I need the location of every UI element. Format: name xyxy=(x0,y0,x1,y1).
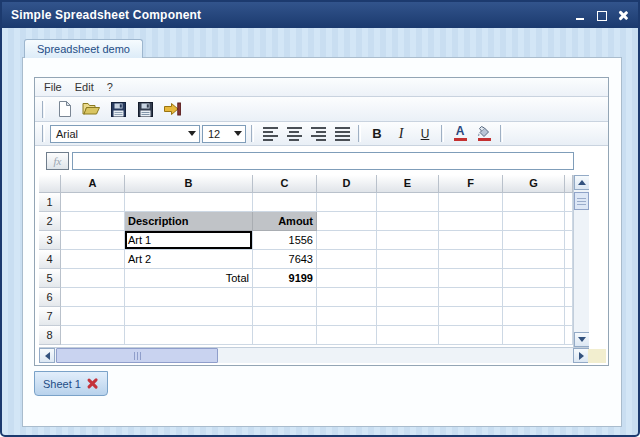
align-center-button[interactable] xyxy=(283,124,305,144)
sheet-tab-1[interactable]: Sheet 1 xyxy=(34,371,108,396)
vertical-scroll-thumb[interactable] xyxy=(574,192,589,210)
save-as-button[interactable] xyxy=(134,99,156,120)
cell-E3[interactable] xyxy=(377,231,439,250)
cell-C5[interactable]: 9199 xyxy=(253,269,317,288)
scroll-right-button[interactable] xyxy=(573,348,589,363)
cell-C2[interactable]: Amout xyxy=(253,212,317,231)
cell-B3[interactable]: Art 1 xyxy=(125,231,253,250)
maximize-icon[interactable] xyxy=(596,9,608,21)
formula-input[interactable] xyxy=(72,152,574,170)
cell-E1[interactable] xyxy=(377,193,439,212)
row-header-5[interactable]: 5 xyxy=(39,269,61,288)
cell-G1[interactable] xyxy=(503,193,565,212)
column-header-E[interactable]: E xyxy=(377,175,439,193)
toolbar-grip[interactable] xyxy=(42,125,45,142)
cell-G5[interactable] xyxy=(503,269,565,288)
horizontal-scroll-thumb[interactable] xyxy=(56,348,218,363)
cell-G7[interactable] xyxy=(503,307,565,326)
italic-button[interactable]: I xyxy=(390,124,412,144)
fx-button[interactable]: fx xyxy=(46,152,69,170)
column-header-D[interactable]: D xyxy=(317,175,377,193)
select-all-corner[interactable] xyxy=(39,175,61,193)
toolbar-grip[interactable] xyxy=(441,125,444,142)
cell-G6[interactable] xyxy=(503,288,565,307)
row-header-1[interactable]: 1 xyxy=(39,193,61,212)
column-header-C[interactable]: C xyxy=(253,175,317,193)
delete-sheet-x-icon[interactable] xyxy=(86,377,99,390)
cell-B7[interactable] xyxy=(125,307,253,326)
cell-F6[interactable] xyxy=(439,288,503,307)
font-size-select[interactable]: 12 xyxy=(202,125,246,143)
cell-F1[interactable] xyxy=(439,193,503,212)
cell-E6[interactable] xyxy=(377,288,439,307)
fill-color-button[interactable] xyxy=(473,124,495,144)
cell-A1[interactable] xyxy=(61,193,125,212)
bold-button[interactable]: B xyxy=(366,124,388,144)
align-left-button[interactable] xyxy=(259,124,281,144)
column-header-F[interactable]: F xyxy=(439,175,503,193)
cell-D5[interactable] xyxy=(317,269,377,288)
open-file-button[interactable] xyxy=(80,99,102,120)
row-header-8[interactable]: 8 xyxy=(39,326,61,345)
scroll-down-button[interactable] xyxy=(574,332,589,347)
cell-A2[interactable] xyxy=(61,212,125,231)
toolbar-grip[interactable] xyxy=(251,125,254,142)
toolbar-grip[interactable] xyxy=(500,125,503,142)
cell-G8[interactable] xyxy=(503,326,565,345)
cell-A8[interactable] xyxy=(61,326,125,345)
cell-C6[interactable] xyxy=(253,288,317,307)
cell-F2[interactable] xyxy=(439,212,503,231)
cell-E2[interactable] xyxy=(377,212,439,231)
cell-B5[interactable]: Total xyxy=(125,269,253,288)
exit-button[interactable] xyxy=(161,99,183,120)
cell-B8[interactable] xyxy=(125,326,253,345)
cell-G2[interactable] xyxy=(503,212,565,231)
cell-C8[interactable] xyxy=(253,326,317,345)
column-header-B[interactable]: B xyxy=(125,175,253,193)
cell-A5[interactable] xyxy=(61,269,125,288)
cell-A6[interactable] xyxy=(61,288,125,307)
cell-F5[interactable] xyxy=(439,269,503,288)
column-header-G[interactable]: G xyxy=(503,175,565,193)
save-button[interactable] xyxy=(107,99,129,120)
toolbar-grip[interactable] xyxy=(42,101,45,118)
cell-D1[interactable] xyxy=(317,193,377,212)
cell-A4[interactable] xyxy=(61,250,125,269)
cell-F7[interactable] xyxy=(439,307,503,326)
cell-D6[interactable] xyxy=(317,288,377,307)
cell-A3[interactable] xyxy=(61,231,125,250)
cell-F3[interactable] xyxy=(439,231,503,250)
row-header-4[interactable]: 4 xyxy=(39,250,61,269)
cell-G4[interactable] xyxy=(503,250,565,269)
font-color-button[interactable]: A xyxy=(449,124,471,144)
cell-C4[interactable]: 7643 xyxy=(253,250,317,269)
row-header-2[interactable]: 2 xyxy=(39,212,61,231)
align-right-button[interactable] xyxy=(307,124,329,144)
cell-D3[interactable] xyxy=(317,231,377,250)
cell-F8[interactable] xyxy=(439,326,503,345)
cell-E4[interactable] xyxy=(377,250,439,269)
minimize-icon[interactable] xyxy=(575,9,587,21)
row-header-7[interactable]: 7 xyxy=(39,307,61,326)
cell-D2[interactable] xyxy=(317,212,377,231)
menu-edit[interactable]: Edit xyxy=(75,81,94,93)
horizontal-scrollbar[interactable] xyxy=(39,347,589,363)
cell-C1[interactable] xyxy=(253,193,317,212)
cell-D4[interactable] xyxy=(317,250,377,269)
cell-D8[interactable] xyxy=(317,326,377,345)
cell-C3[interactable]: 1556 xyxy=(253,231,317,250)
title-bar[interactable]: Simple Spreadsheet Component xyxy=(2,2,638,28)
cell-B2[interactable]: Description xyxy=(125,212,253,231)
row-header-6[interactable]: 6 xyxy=(39,288,61,307)
cell-B4[interactable]: Art 2 xyxy=(125,250,253,269)
menu-help[interactable]: ? xyxy=(107,81,113,93)
cell-E7[interactable] xyxy=(377,307,439,326)
cell-E8[interactable] xyxy=(377,326,439,345)
align-justify-button[interactable] xyxy=(331,124,353,144)
tab-spreadsheet-demo[interactable]: Spreadsheet demo xyxy=(24,39,143,58)
cell-D7[interactable] xyxy=(317,307,377,326)
new-document-button[interactable] xyxy=(53,99,75,120)
font-family-select[interactable]: Arial xyxy=(50,125,200,143)
menu-file[interactable]: File xyxy=(44,81,62,93)
column-header-A[interactable]: A xyxy=(61,175,125,193)
